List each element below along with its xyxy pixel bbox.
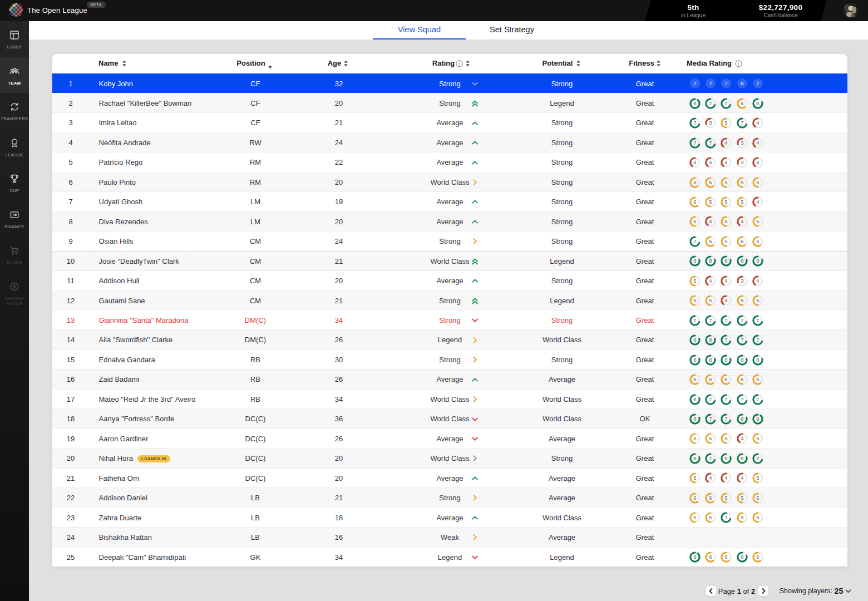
svg-text:6: 6	[693, 199, 696, 205]
svg-text:7: 7	[709, 317, 712, 323]
svg-text:4: 4	[725, 140, 728, 146]
svg-text:5: 5	[756, 179, 759, 185]
svg-text:7: 7	[741, 396, 743, 402]
svg-text:7: 7	[709, 100, 712, 106]
svg-text:9: 9	[693, 554, 696, 560]
svg-text:5: 5	[709, 436, 712, 442]
svg-text:7: 7	[709, 396, 712, 402]
svg-text:7: 7	[756, 317, 759, 323]
svg-text:6: 6	[756, 377, 759, 383]
svg-text:8: 8	[709, 357, 712, 363]
svg-text:5: 5	[756, 298, 759, 304]
svg-text:8: 8	[741, 455, 743, 461]
svg-text:4: 4	[756, 159, 759, 165]
svg-text:6: 6	[709, 377, 712, 383]
svg-text:6: 6	[709, 238, 712, 244]
svg-text:8: 8	[693, 357, 696, 363]
svg-text:7: 7	[725, 81, 728, 87]
svg-text:8: 8	[741, 357, 743, 363]
svg-text:6: 6	[756, 554, 759, 560]
svg-text:7: 7	[725, 515, 728, 521]
svg-text:8: 8	[693, 258, 696, 264]
svg-text:8: 8	[756, 357, 759, 363]
svg-text:7: 7	[709, 140, 712, 146]
svg-text:6: 6	[741, 100, 743, 106]
svg-text:5: 5	[741, 179, 743, 185]
svg-text:3: 3	[741, 159, 743, 165]
svg-text:4: 4	[709, 219, 712, 225]
svg-text:5: 5	[693, 278, 696, 284]
svg-text:5: 5	[756, 495, 759, 501]
svg-text:5: 5	[756, 515, 759, 521]
svg-text:4: 4	[725, 475, 728, 481]
svg-text:4: 4	[693, 159, 696, 165]
svg-text:8: 8	[693, 337, 696, 343]
svg-text:5: 5	[693, 298, 696, 304]
svg-text:6: 6	[693, 495, 696, 501]
svg-text:4: 4	[756, 278, 759, 284]
svg-text:7: 7	[709, 416, 712, 422]
svg-text:6: 6	[756, 238, 759, 244]
svg-text:4: 4	[741, 475, 743, 481]
svg-text:5: 5	[756, 475, 759, 481]
svg-text:5: 5	[709, 298, 712, 304]
svg-text:8: 8	[725, 455, 728, 461]
svg-text:5: 5	[693, 436, 696, 442]
svg-text:8: 8	[725, 357, 728, 363]
svg-text:7: 7	[741, 120, 743, 126]
svg-text:5: 5	[693, 219, 696, 225]
svg-text:8: 8	[693, 455, 696, 461]
svg-text:6: 6	[709, 554, 712, 560]
svg-text:8: 8	[725, 258, 728, 264]
svg-text:7: 7	[756, 396, 759, 402]
svg-text:4: 4	[709, 159, 712, 165]
svg-text:5: 5	[709, 515, 712, 521]
svg-text:7: 7	[709, 81, 712, 87]
svg-text:4: 4	[725, 298, 728, 304]
svg-text:5: 5	[725, 238, 728, 244]
svg-text:7: 7	[693, 238, 696, 244]
svg-text:4: 4	[725, 278, 728, 284]
svg-text:8: 8	[741, 554, 743, 560]
svg-text:4: 4	[709, 475, 712, 481]
svg-text:5: 5	[756, 436, 759, 442]
svg-text:3: 3	[709, 120, 712, 126]
svg-text:7: 7	[756, 81, 759, 87]
svg-text:6: 6	[725, 377, 728, 383]
svg-text:8: 8	[756, 100, 759, 106]
svg-text:5: 5	[725, 120, 728, 126]
svg-text:7: 7	[756, 337, 759, 343]
svg-text:7: 7	[693, 317, 696, 323]
svg-text:6: 6	[741, 238, 743, 244]
svg-text:7: 7	[725, 100, 728, 106]
svg-text:7: 7	[709, 455, 712, 461]
svg-text:7: 7	[693, 81, 696, 87]
svg-text:7: 7	[725, 396, 728, 402]
svg-text:8: 8	[756, 258, 759, 264]
svg-text:7: 7	[741, 337, 743, 343]
svg-text:4: 4	[756, 140, 759, 146]
svg-text:8: 8	[693, 396, 696, 402]
svg-text:8: 8	[709, 258, 712, 264]
svg-text:9: 9	[756, 416, 759, 422]
svg-text:7: 7	[693, 120, 696, 126]
svg-text:7: 7	[725, 416, 728, 422]
svg-text:7: 7	[693, 140, 696, 146]
svg-text:8: 8	[709, 337, 712, 343]
svg-text:5: 5	[725, 495, 728, 501]
svg-text:7: 7	[756, 455, 759, 461]
svg-text:5: 5	[741, 495, 743, 501]
svg-text:5: 5	[693, 475, 696, 481]
svg-text:3: 3	[741, 278, 743, 284]
svg-text:5: 5	[725, 199, 728, 205]
svg-text:5: 5	[741, 515, 743, 521]
svg-text:7: 7	[725, 337, 728, 343]
svg-text:5: 5	[741, 377, 743, 383]
svg-text:5: 5	[725, 219, 728, 225]
svg-text:5: 5	[756, 219, 759, 225]
svg-text:6: 6	[725, 554, 728, 560]
svg-text:4: 4	[741, 436, 743, 442]
svg-text:5: 5	[725, 436, 728, 442]
svg-text:6: 6	[709, 495, 712, 501]
svg-text:9: 9	[693, 100, 696, 106]
